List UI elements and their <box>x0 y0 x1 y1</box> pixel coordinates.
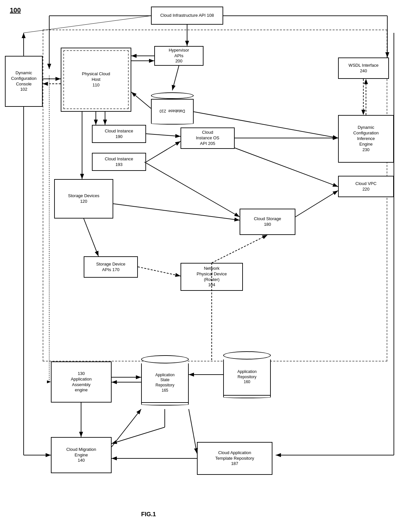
cloud-vpc-box: Cloud VPC220 <box>338 176 394 197</box>
cloud-instance-190-box: Cloud Instance190 <box>92 125 146 143</box>
cloud-storage-box: Cloud Storage180 <box>240 209 295 235</box>
hypervisor-apis-label: HypervisorAPIs200 <box>169 48 189 64</box>
wsdl-interface-box: WSDL Interface240 <box>338 58 389 79</box>
cloud-migration-engine-box: Cloud MigrationEngine140 <box>51 437 112 473</box>
cloud-app-template-repo-label: Cloud ApplicationTemplate Repository187 <box>215 450 254 467</box>
database-bottom <box>151 122 194 125</box>
cloud-infrastructure-api-box: Cloud Infrastructure API 108 <box>151 7 223 25</box>
dynamic-config-inference-label: DynamicConfigurationInferenceEngine230 <box>353 125 378 152</box>
app-repo-bottom <box>223 396 271 398</box>
cloud-instance-190-label: Cloud Instance190 <box>105 128 133 140</box>
svg-line-43 <box>112 409 141 447</box>
database-top <box>151 92 194 99</box>
svg-line-44 <box>189 409 197 453</box>
cloud-vpc-label: Cloud VPC220 <box>355 181 376 192</box>
diagram-container: 100 Cloud Infrastructure API 108 Hypervi… <box>0 0 407 532</box>
physical-cloud-host-inner <box>63 50 129 109</box>
storage-device-apis-label: Storage DeviceAPIs 170 <box>96 262 125 273</box>
svg-line-42 <box>112 427 165 444</box>
storage-device-apis-box: Storage DeviceAPIs 170 <box>84 256 138 278</box>
cloud-migration-engine-label: Cloud MigrationEngine140 <box>66 447 96 464</box>
dynamic-config-inference-box: DynamicConfigurationInferenceEngine230 <box>338 115 394 163</box>
fig-label: FIG.1 <box>141 511 156 518</box>
app-repo-top <box>223 351 271 359</box>
database-cylinder: Database 210 <box>151 90 194 127</box>
app-state-repo-body: ApplicationStateRepository165 <box>141 363 189 403</box>
dynamic-config-console-label: DynamicConfigurationConsole102 <box>11 70 36 93</box>
cloud-instance-193-label: Cloud Instance193 <box>105 156 133 168</box>
storage-devices-label: Storage Devices120 <box>68 193 99 204</box>
diagram-number: 100 <box>10 7 21 14</box>
wsdl-interface-label: WSDL Interface240 <box>349 63 378 74</box>
cloud-storage-label: Cloud Storage180 <box>254 216 281 227</box>
cloud-instance-os-api-label: CloudInstance OSAPI 205 <box>196 130 220 147</box>
cloud-infrastructure-api-label: Cloud Infrastructure API 108 <box>160 13 214 18</box>
cloud-app-template-repo-box: Cloud ApplicationTemplate Repository187 <box>197 442 272 475</box>
storage-devices-box: Storage Devices120 <box>54 179 113 219</box>
app-assembly-engine-box: 130ApplicationAssemblyengine <box>51 361 112 403</box>
app-repository-cylinder: ApplicationRepository160 <box>223 348 271 401</box>
dynamic-config-console-box: DynamicConfigurationConsole102 <box>5 56 43 107</box>
app-state-repo-top <box>141 355 189 363</box>
hypervisor-apis-box: HypervisorAPIs200 <box>154 46 204 66</box>
database-body: Database 210 <box>151 99 194 122</box>
app-repo-body: ApplicationRepository160 <box>223 359 271 396</box>
app-state-repo-bottom <box>141 403 189 405</box>
cloud-instance-os-api-box: CloudInstance OSAPI 205 <box>181 127 235 149</box>
network-physical-device-box: NetworkPhysical Device(Router)104 <box>181 263 243 291</box>
network-physical-device-label: NetworkPhysical Device(Router)104 <box>197 266 227 288</box>
cloud-instance-193-box: Cloud Instance193 <box>92 153 146 171</box>
app-assembly-engine-label: 130ApplicationAssemblyengine <box>71 371 92 393</box>
app-state-repository-cylinder: ApplicationStateRepository165 <box>141 352 189 409</box>
